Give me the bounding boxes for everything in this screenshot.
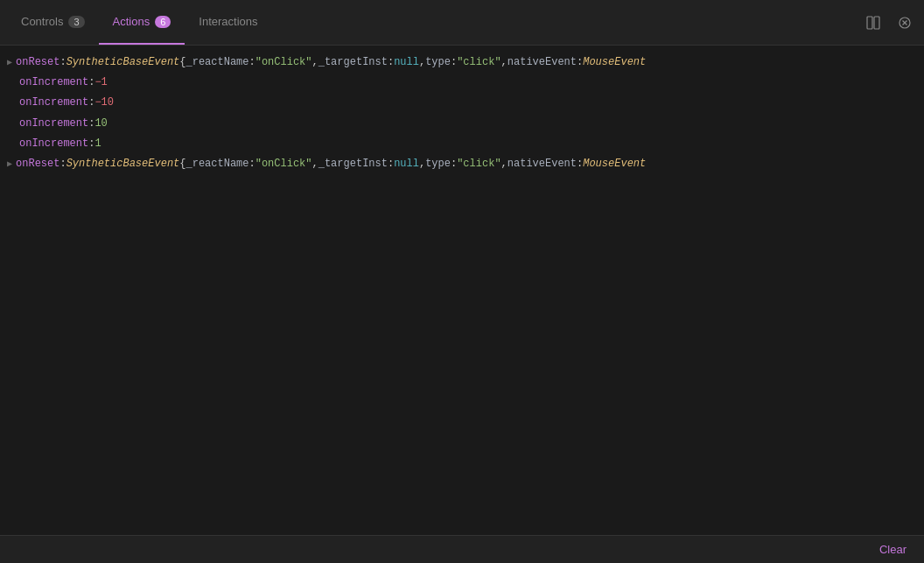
split-view-icon — [866, 16, 880, 30]
split-view-button[interactable] — [861, 11, 886, 35]
event-name: onIncrement — [19, 136, 88, 152]
tab-interactions-label: Interactions — [199, 15, 257, 28]
svg-rect-1 — [874, 17, 879, 29]
event-name: onReset — [16, 156, 60, 172]
tab-actions-badge: 6 — [155, 16, 171, 28]
increment-value: 1 — [94, 136, 101, 152]
event-name: onIncrement — [19, 95, 88, 111]
tab-controls[interactable]: Controls 3 — [7, 0, 99, 45]
clear-button[interactable]: Clear — [872, 539, 914, 559]
log-entry-on-reset-1[interactable]: ▶ onReset : SyntheticBaseEvent { _reactN… — [0, 53, 924, 73]
tab-controls-label: Controls — [21, 15, 63, 28]
log-entry-on-increment-pos10: onIncrement : 10 — [0, 114, 924, 134]
log-entry-on-increment-neg10: onIncrement : −10 — [0, 93, 924, 113]
tab-actions-label: Actions — [113, 15, 150, 28]
increment-value: −10 — [94, 95, 114, 111]
increment-value: 10 — [94, 116, 107, 132]
event-name: onIncrement — [19, 74, 88, 91]
expand-arrow[interactable]: ▶ — [7, 54, 12, 70]
bottom-bar: Clear — [0, 535, 924, 563]
close-icon — [899, 17, 911, 29]
event-name: onIncrement — [19, 116, 88, 132]
tab-interactions[interactable]: Interactions — [185, 0, 271, 45]
increment-value: −1 — [94, 74, 107, 91]
log-entry-on-increment-neg1: onIncrement : −1 — [0, 73, 924, 93]
event-name: onReset — [16, 54, 60, 71]
tab-controls-badge: 3 — [68, 16, 84, 28]
svg-rect-0 — [867, 17, 872, 29]
log-entry-on-increment-pos1: onIncrement : 1 — [0, 134, 924, 154]
tab-bar: Controls 3 Actions 6 Interactions — [0, 0, 924, 46]
log-area: ▶ onReset : SyntheticBaseEvent { _reactN… — [0, 46, 924, 535]
toolbar-icons — [861, 11, 917, 35]
expand-arrow[interactable]: ▶ — [7, 156, 12, 172]
tab-actions[interactable]: Actions 6 — [99, 0, 186, 45]
log-entry-on-reset-2[interactable]: ▶ onReset : SyntheticBaseEvent { _reactN… — [0, 154, 924, 174]
close-button[interactable] — [892, 11, 917, 35]
